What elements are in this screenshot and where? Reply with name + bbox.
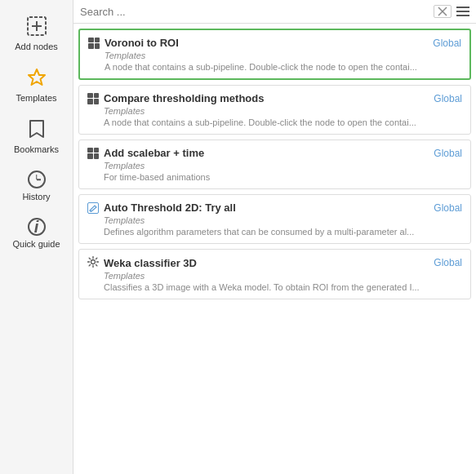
- item-title-row: Weka classifier 3D: [87, 256, 197, 269]
- sidebar-item-bookmarks-label: Bookmarks: [14, 144, 59, 154]
- item-description: Defines algorithm parameters that can be…: [104, 227, 462, 237]
- sidebar-item-quick-guide-label: Quick guide: [12, 239, 60, 249]
- sidebar-item-add-nodes[interactable]: Add nodes: [0, 8, 73, 60]
- info-icon: i: [28, 218, 46, 236]
- item-title: Auto Threshold 2D: Try all: [104, 202, 236, 214]
- item-badge: Global: [434, 93, 462, 104]
- search-bar: [73, 0, 476, 24]
- item-badge: Global: [434, 257, 462, 268]
- item-description: A node that contains a sub-pipeline. Dou…: [104, 117, 462, 127]
- gear-icon: [87, 256, 99, 269]
- item-category: Templates: [104, 215, 462, 225]
- item-title-row: Auto Threshold 2D: Try all: [87, 202, 236, 214]
- sidebar-item-history[interactable]: History: [0, 162, 73, 210]
- sidebar-item-bookmarks[interactable]: Bookmarks: [0, 111, 73, 162]
- item-badge: Global: [434, 148, 462, 159]
- list-item[interactable]: Auto Threshold 2D: Try all Global Templa…: [78, 194, 471, 244]
- sidebar-item-templates[interactable]: Templates: [0, 60, 73, 111]
- sidebar-item-add-nodes-label: Add nodes: [15, 42, 58, 51]
- item-category: Templates: [104, 271, 462, 281]
- sidebar-item-quick-guide[interactable]: i Quick guide: [0, 210, 73, 257]
- items-list: Voronoi to ROI Global Templates A node t…: [73, 24, 476, 474]
- svg-point-7: [91, 260, 96, 264]
- list-item[interactable]: Compare thresholding methods Global Temp…: [78, 85, 471, 135]
- item-badge: Global: [433, 38, 461, 49]
- item-title: Voronoi to ROI: [105, 37, 179, 49]
- item-title-row: Voronoi to ROI: [88, 37, 179, 49]
- item-title: Compare thresholding methods: [104, 92, 264, 104]
- grid-icon: [88, 38, 100, 49]
- add-nodes-icon: [27, 16, 47, 38]
- item-category: Templates: [105, 51, 461, 60]
- item-description: Classifies a 3D image with a Weka model.…: [104, 282, 462, 292]
- sidebar-item-templates-label: Templates: [16, 93, 56, 103]
- edit-icon: [87, 202, 99, 214]
- search-input[interactable]: [80, 6, 429, 18]
- search-clear-button[interactable]: [434, 5, 452, 18]
- item-title-row: Add scalebar + time: [87, 147, 204, 159]
- item-title: Weka classifier 3D: [104, 257, 197, 269]
- grid-icon: [87, 148, 99, 159]
- item-header: Weka classifier 3D Global: [87, 256, 462, 269]
- sidebar: Add nodes Templates Bookmarks History i …: [0, 0, 73, 474]
- list-item[interactable]: Add scalebar + time Global Templates For…: [78, 140, 471, 189]
- item-category: Templates: [104, 106, 462, 116]
- svg-marker-3: [29, 69, 45, 85]
- item-header: Add scalebar + time Global: [87, 147, 462, 159]
- item-header: Voronoi to ROI Global: [88, 37, 461, 49]
- item-badge: Global: [434, 202, 462, 214]
- list-item[interactable]: Voronoi to ROI Global Templates A node t…: [78, 29, 471, 80]
- main-panel: Voronoi to ROI Global Templates A node t…: [73, 0, 476, 474]
- item-description: A node that contains a sub-pipeline. Dou…: [105, 62, 461, 72]
- item-description: For time-based animations: [104, 172, 462, 182]
- star-icon: [27, 68, 47, 90]
- bookmark-icon: [28, 119, 46, 141]
- clock-icon: [28, 171, 46, 188]
- item-title-row: Compare thresholding methods: [87, 92, 264, 104]
- list-item[interactable]: Weka classifier 3D Global Templates Clas…: [78, 249, 471, 299]
- item-category: Templates: [104, 161, 462, 171]
- search-menu-button[interactable]: [456, 7, 469, 16]
- item-header: Auto Threshold 2D: Try all Global: [87, 202, 462, 214]
- sidebar-item-history-label: History: [22, 192, 50, 202]
- grid-icon: [87, 93, 99, 104]
- item-header: Compare thresholding methods Global: [87, 92, 462, 104]
- item-title: Add scalebar + time: [104, 147, 204, 159]
